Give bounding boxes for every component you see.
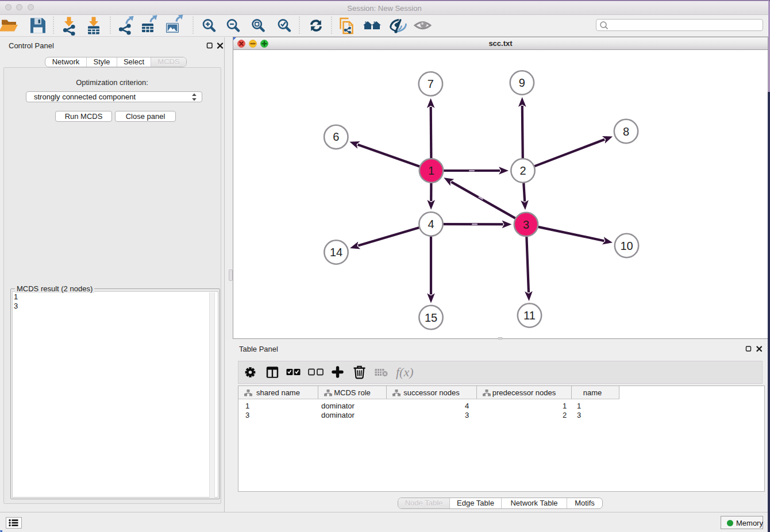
- svg-text:15: 15: [425, 311, 437, 324]
- svg-text:11: 11: [523, 309, 536, 322]
- svg-text:14: 14: [330, 246, 342, 259]
- svg-text:1: 1: [428, 164, 434, 177]
- svg-text:8: 8: [623, 125, 629, 138]
- svg-text:2: 2: [519, 164, 526, 177]
- svg-text:3: 3: [523, 218, 529, 231]
- svg-text:6: 6: [333, 130, 339, 143]
- svg-text:4: 4: [428, 218, 434, 230]
- svg-text:7: 7: [428, 78, 434, 90]
- svg-text:f(x): f(x): [396, 365, 414, 379]
- svg-text:10: 10: [620, 240, 633, 252]
- svg-text:9: 9: [519, 76, 525, 89]
